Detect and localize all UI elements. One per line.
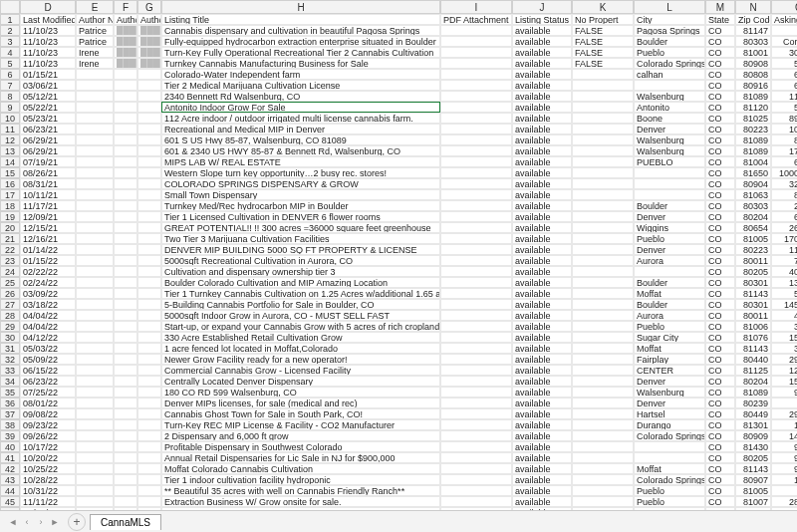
cell[interactable]: CO	[705, 124, 735, 134]
cell[interactable]: CO	[705, 113, 735, 124]
cell[interactable]: available	[512, 156, 572, 167]
cell[interactable]	[440, 288, 512, 299]
cell[interactable]: 1000000	[771, 124, 797, 134]
cell[interactable]	[440, 145, 512, 156]
row-header[interactable]: 43	[0, 474, 20, 485]
cell[interactable]: Aurora	[634, 255, 705, 266]
cell[interactable]: available	[512, 419, 572, 430]
cell[interactable]	[572, 124, 634, 134]
cell[interactable]: 81063	[735, 189, 771, 200]
field-label[interactable]: State	[705, 14, 735, 25]
cell[interactable]	[76, 463, 114, 474]
cell[interactable]	[572, 102, 634, 113]
cell[interactable]: CO	[705, 430, 735, 441]
cell[interactable]: 10/28/22	[20, 474, 76, 485]
cell[interactable]	[76, 452, 114, 463]
cell[interactable]	[114, 376, 137, 387]
cell[interactable]	[76, 376, 114, 387]
cell[interactable]: 11/10/23	[20, 36, 76, 47]
cell[interactable]	[440, 398, 512, 408]
cell[interactable]: 80908	[735, 58, 771, 69]
cell[interactable]: 07/25/22	[20, 387, 76, 398]
cell[interactable]: 80301	[735, 299, 771, 310]
cell[interactable]: 80205	[735, 452, 771, 463]
cell[interactable]: 2800000	[771, 496, 797, 507]
row-header[interactable]: 26	[0, 288, 20, 299]
cell[interactable]	[634, 167, 705, 178]
cell[interactable]: 81125	[735, 365, 771, 376]
cell[interactable]: 999900	[771, 387, 797, 398]
cell[interactable]	[137, 145, 161, 156]
cell[interactable]	[114, 441, 137, 452]
col-header-F[interactable]: F	[114, 0, 137, 14]
cell[interactable]: 5-Building Cannabis Portfolio for Sale i…	[161, 299, 440, 310]
cell[interactable]: Cannabis dispensary and cultivation in b…	[161, 25, 440, 36]
cell[interactable]: 80916	[735, 80, 771, 91]
cell[interactable]: 575000	[771, 288, 797, 299]
cell[interactable]: 03/09/22	[20, 288, 76, 299]
cell[interactable]: CO	[705, 58, 735, 69]
cell[interactable]: CO	[705, 69, 735, 80]
row-header[interactable]: 14	[0, 156, 20, 167]
cell[interactable]	[634, 80, 705, 91]
cell[interactable]: Walsenburg	[634, 91, 705, 102]
cell[interactable]	[634, 441, 705, 452]
cell[interactable]: available	[512, 430, 572, 441]
cell[interactable]: Annual Retail Dispensaries for Lic Sale …	[161, 452, 440, 463]
cell[interactable]	[137, 211, 161, 222]
row-header[interactable]: 15	[0, 167, 20, 178]
cell[interactable]: Centrally Located Denver Dispensary	[161, 376, 440, 387]
cell[interactable]: ████	[137, 58, 161, 69]
cell[interactable]: Colorado-Water Independent farm	[161, 69, 440, 80]
cell[interactable]: GREAT POTENTIAL!! !! 300 acres =36000 sq…	[161, 222, 440, 233]
cell[interactable]	[114, 463, 137, 474]
cell[interactable]: Moffat	[634, 343, 705, 354]
cell[interactable]: 81147	[735, 25, 771, 36]
cell[interactable]: available	[512, 178, 572, 189]
cell[interactable]: 2 Dispensary and 6,000 ft grow	[161, 430, 440, 441]
row-header[interactable]: 29	[0, 321, 20, 332]
cell[interactable]	[440, 277, 512, 288]
cell[interactable]: 650000	[771, 80, 797, 91]
nav-prev-icon[interactable]: ‹	[20, 515, 34, 529]
col-header-J[interactable]: J	[512, 0, 572, 14]
cell[interactable]: 600000	[771, 211, 797, 222]
cell[interactable]: CO	[705, 299, 735, 310]
cell[interactable]: available	[512, 310, 572, 321]
field-label[interactable]: Author Ph	[137, 14, 161, 25]
cell[interactable]: available	[512, 452, 572, 463]
cell[interactable]	[114, 145, 137, 156]
cell[interactable]	[572, 419, 634, 430]
cell[interactable]: CO	[705, 474, 735, 485]
field-label[interactable]: Author Em	[114, 14, 137, 25]
cell[interactable]: 12/15/21	[20, 222, 76, 233]
cell[interactable]: Pueblo	[634, 485, 705, 496]
nav-first-icon[interactable]: ◄	[6, 515, 20, 529]
cell[interactable]: FALSE	[572, 47, 634, 58]
cell[interactable]: 81089	[735, 134, 771, 145]
row-header[interactable]: 40	[0, 441, 20, 452]
cell[interactable]: 80239	[735, 398, 771, 408]
cell[interactable]: Colorado Springs	[634, 430, 705, 441]
cell[interactable]	[76, 408, 114, 419]
cell[interactable]	[440, 244, 512, 255]
cell[interactable]: 07/19/21	[20, 156, 76, 167]
cell[interactable]	[440, 178, 512, 189]
cell[interactable]: Moffat Colorado Cannabis Cultivation	[161, 463, 440, 474]
cell[interactable]	[137, 233, 161, 244]
cell[interactable]: 2900000	[771, 354, 797, 365]
cell[interactable]: 250000	[771, 200, 797, 211]
cell[interactable]: CO	[705, 365, 735, 376]
cell[interactable]	[440, 156, 512, 167]
cell[interactable]	[572, 365, 634, 376]
cell[interactable]: 1100000	[771, 244, 797, 255]
cell[interactable]	[137, 365, 161, 376]
cell[interactable]	[572, 452, 634, 463]
cell[interactable]: ████	[137, 36, 161, 47]
col-header-N[interactable]: N	[735, 0, 771, 14]
cell[interactable]	[137, 178, 161, 189]
cell[interactable]: Start-up, or expand your Cannabis Grow w…	[161, 321, 440, 332]
cell[interactable]	[76, 441, 114, 452]
cell[interactable]: 330 Acre Established Retail Cultivation …	[161, 332, 440, 343]
row-header[interactable]: 12	[0, 134, 20, 145]
